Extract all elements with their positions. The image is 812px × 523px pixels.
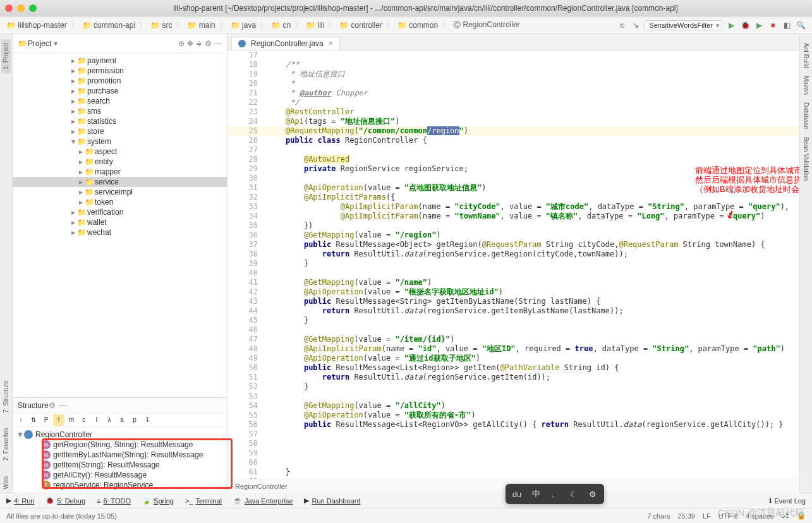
run-config-select[interactable]: SensitiveWordsFilter [645, 20, 722, 30]
tree-item[interactable]: ▸📁payment [13, 56, 227, 66]
tree-item[interactable]: ▸📁purchase [13, 86, 227, 96]
structure-item[interactable]: mgetItem(String): ResultMessage [13, 460, 227, 470]
run-icon[interactable]: ▶ [726, 20, 736, 30]
tree-item[interactable]: ▸📁statistics [13, 116, 227, 126]
tree-item[interactable]: ▸📁store [13, 126, 227, 136]
breadcrumb-item[interactable]: Ⓒ RegionController [453, 20, 519, 30]
tree-item[interactable]: ▸📁permission [13, 66, 227, 76]
filter-c-icon[interactable]: c [78, 414, 90, 426]
filter-lambda-icon[interactable]: λ [104, 414, 115, 426]
right-tab-ant[interactable]: Ant Build [801, 39, 811, 72]
tree-item[interactable]: ▸📁entity [13, 157, 227, 167]
right-tab-beanval[interactable]: Bean Validation [801, 133, 811, 184]
toolwin-item[interactable]: 🐞5: Debug [45, 496, 85, 505]
editor-crumb-item[interactable]: RegionController [235, 483, 288, 490]
search-icon[interactable]: 🔍 [796, 20, 806, 30]
tree-item[interactable]: ▸📁wallet [13, 217, 227, 227]
tree-item[interactable]: ▸📁verification [13, 207, 227, 217]
left-tab-favorites[interactable]: 2: Favorites [1, 424, 11, 464]
expand-icon[interactable]: ✥ [187, 39, 193, 48]
event-log[interactable]: ℹ Event Log [769, 496, 806, 505]
filter-f-icon[interactable]: f [53, 414, 64, 426]
tree-item[interactable]: ▸📁sms [13, 106, 227, 116]
toolwin-item[interactable]: ▶4: Run [6, 496, 34, 505]
breadcrumb-item[interactable]: 📁 cn [271, 21, 291, 30]
status-lf[interactable]: LF [703, 512, 711, 520]
left-tab-structure[interactable]: 7: Structure [1, 376, 11, 417]
editor-tab[interactable]: C RegionController.java × [231, 37, 340, 50]
breadcrumb-item[interactable]: 📁 common [397, 21, 438, 30]
minimize-window-icon[interactable] [17, 4, 25, 12]
collapse-icon[interactable]: ≑ [196, 39, 202, 48]
folder-icon: 📁 [77, 218, 86, 227]
right-tab-database[interactable]: Database [801, 99, 811, 133]
sort-az-icon[interactable]: ↕ [15, 414, 27, 426]
debug-icon[interactable]: 🐞 [740, 20, 750, 30]
float-widget[interactable]: du 中 。 ☾ ⚙ [506, 484, 604, 504]
filter-a-icon[interactable]: a [116, 414, 128, 426]
method-icon: m [42, 471, 51, 479]
exit-icon[interactable]: ⎋ [617, 20, 627, 30]
sort-icon[interactable]: ⇅ [28, 414, 39, 426]
breadcrumb-item[interactable]: 📁 controller [339, 21, 382, 30]
filter-p2-icon[interactable]: p [129, 414, 140, 426]
hide-icon[interactable]: — [59, 401, 67, 410]
tree-item[interactable]: ▸📁promotion [13, 76, 227, 86]
coverage-icon[interactable]: ▶ [754, 20, 764, 30]
breadcrumb[interactable]: 📁 lilishop-master〉📁 common-api〉📁 src〉📁 m… [6, 20, 520, 30]
widget-icon-2[interactable]: 中 [527, 486, 545, 502]
layout-icon[interactable]: ◧ [782, 20, 792, 30]
hide-icon[interactable]: — [214, 39, 222, 48]
breadcrumb-item[interactable]: 📁 common-api [82, 21, 135, 30]
tree-item[interactable]: ▸📁token [13, 197, 227, 207]
structure-item[interactable]: mgetRegion(String, String): ResultMessag… [13, 440, 227, 450]
toolwin-item[interactable]: >_Terminal [185, 496, 222, 505]
widget-icon-5[interactable]: ⚙ [584, 486, 602, 502]
structure-tree[interactable]: ▼ C RegionController mgetRegion(String, … [13, 427, 227, 493]
expand-all-icon[interactable]: ↧ [142, 414, 153, 426]
target-icon[interactable]: ⊕ [178, 39, 185, 48]
code-editor[interactable]: 1718/**19 * 地址信息接口20 *21 * @author Chopp… [227, 51, 799, 479]
breadcrumb-item[interactable]: 📁 lili [306, 21, 324, 30]
toolwin-item[interactable]: ▶Run Dashboard [304, 496, 360, 505]
toolwin-item[interactable]: ☕Java Enterprise [233, 496, 293, 505]
tree-item[interactable]: ▸📁search [13, 96, 227, 106]
toolwin-item[interactable]: 🍃Spring [142, 496, 174, 505]
window-controls[interactable] [5, 4, 37, 12]
widget-icon-4[interactable]: ☾ [565, 486, 583, 502]
maximize-window-icon[interactable] [29, 4, 37, 12]
gear-icon[interactable]: ⚙ [205, 39, 212, 48]
tree-item[interactable]: ▾📁system [13, 136, 227, 147]
tree-item[interactable]: ▸📁serviceimpl [13, 187, 227, 197]
project-tree[interactable]: ▸📁payment▸📁permission▸📁promotion▸📁purcha… [13, 53, 227, 397]
left-tab-web[interactable]: Web [1, 472, 11, 493]
breadcrumb-item[interactable]: 📁 java [231, 21, 256, 30]
close-tab-icon[interactable]: × [329, 39, 333, 48]
status-pos[interactable]: 25:39 [677, 512, 695, 520]
widget-icon-1[interactable]: du [508, 486, 526, 502]
project-panel-header: 📁 Project ▾ ⊕ ✥ ≑ ⚙ — [13, 34, 227, 53]
right-tab-maven[interactable]: Maven [801, 72, 811, 99]
close-window-icon[interactable] [5, 4, 13, 12]
breadcrumb-item[interactable]: 📁 lilishop-master [6, 21, 67, 30]
tree-item[interactable]: ▸📁aspect [13, 147, 227, 157]
filter-p-icon[interactable]: P [40, 414, 52, 426]
stop-icon[interactable]: ■ [768, 20, 778, 30]
tree-item[interactable]: ▸📁wechat [13, 227, 227, 237]
tree-item[interactable]: ▸📁mapper [13, 167, 227, 177]
structure-root[interactable]: RegionController [35, 430, 92, 439]
structure-item[interactable]: mgetAllCity(): ResultMessage [13, 470, 227, 480]
widget-icon-3[interactable]: 。 [546, 486, 564, 502]
toolwin-item[interactable]: ≡6: TODO [97, 496, 131, 505]
gear-icon[interactable]: ⚙ [49, 401, 56, 410]
left-tab-project[interactable]: 1: Project [1, 39, 11, 73]
filter-m-icon[interactable]: m [66, 414, 77, 426]
tree-item[interactable]: ▸📁service [13, 177, 227, 187]
breadcrumb-item[interactable]: 📁 main [187, 21, 215, 30]
breadcrumb-item[interactable]: 📁 src [150, 21, 172, 30]
structure-panel: Structure ⚙ — ↕ ⇅ P f m c I λ a p ↧ ▼ [13, 397, 227, 493]
structure-item[interactable]: fregionService: RegionService [13, 480, 227, 490]
down-arrow-icon[interactable]: ↘ [631, 20, 641, 30]
filter-i-icon[interactable]: I [91, 414, 102, 426]
structure-item[interactable]: mgetItemByLastName(String): ResultMessag… [13, 450, 227, 460]
